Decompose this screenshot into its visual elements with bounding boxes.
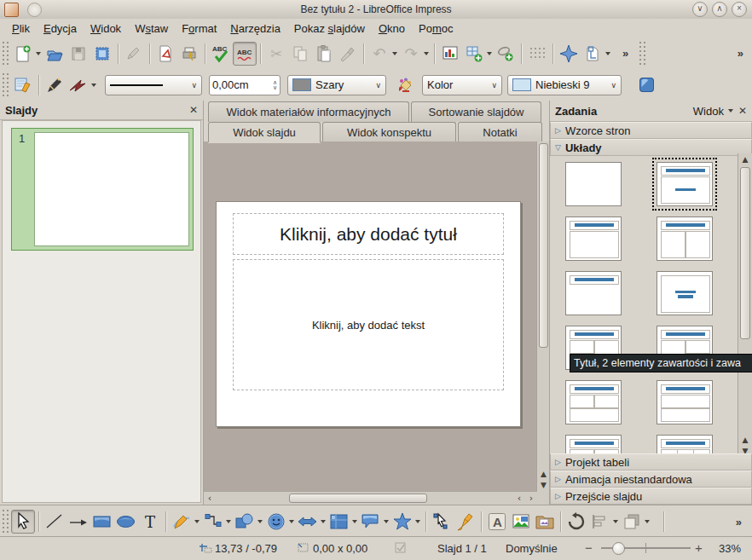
tasks-scrollbar[interactable]: ▲ ▲ ▼: [738, 153, 752, 458]
line-style-select[interactable]: ∨: [105, 75, 202, 95]
toolbar-grip[interactable]: [2, 41, 9, 66]
tab-outline-view[interactable]: Widok konspektu: [322, 122, 456, 142]
fill-color-select[interactable]: Niebieski 9 ∨: [507, 75, 622, 95]
undo-icon[interactable]: ↶: [367, 42, 391, 66]
vertical-scroll-thumb[interactable]: [539, 143, 548, 348]
fontwork-button[interactable]: A: [485, 510, 509, 534]
export-pdf-button[interactable]: [153, 42, 177, 66]
drawing-toolbar-overflow[interactable]: »: [736, 516, 740, 528]
callouts-tool[interactable]: [359, 510, 383, 534]
scroll-left-icon-2[interactable]: ‹: [513, 493, 525, 504]
select-tool[interactable]: [11, 510, 35, 534]
maximize-button[interactable]: ∧: [712, 2, 727, 17]
arrange-button[interactable]: [620, 510, 644, 534]
save-button[interactable]: [67, 42, 90, 66]
title-placeholder[interactable]: Kliknij, aby dodać tytuł: [233, 213, 504, 255]
layout-title-content-over-content[interactable]: [657, 380, 713, 424]
slide[interactable]: Kliknij, aby dodać tytuł Kliknij, aby do…: [216, 201, 521, 427]
arrow-tool[interactable]: [67, 510, 90, 534]
tasks-scroll-thumb[interactable]: [740, 167, 750, 339]
document-as-email-button[interactable]: [90, 42, 114, 66]
stars-tool[interactable]: [390, 510, 414, 534]
tab-handout-view[interactable]: Widok materiałów informacyjnych: [208, 101, 409, 122]
presentation-toolbar-overflow[interactable]: »: [738, 47, 742, 60]
menu-wstaw[interactable]: Wstaw: [128, 20, 175, 38]
slide-list[interactable]: 1: [2, 120, 201, 503]
from-file-button[interactable]: [509, 510, 533, 534]
line-color-select[interactable]: Szary ∨: [287, 75, 386, 95]
rectangle-tool[interactable]: [90, 510, 114, 534]
menu-edycja[interactable]: Edycja: [37, 20, 84, 38]
close-button[interactable]: ×: [732, 2, 747, 17]
toolbar-grip-2[interactable]: [639, 41, 645, 66]
menu-pomoc[interactable]: Pomoc: [412, 20, 460, 38]
ellipse-tool[interactable]: [114, 510, 138, 534]
line-tool[interactable]: [43, 510, 67, 534]
tasks-view-menu[interactable]: Widok: [693, 105, 724, 118]
glue-points-button[interactable]: [454, 510, 477, 534]
scroll-left-icon[interactable]: ‹: [204, 493, 216, 504]
cut-icon[interactable]: ✂: [264, 42, 288, 66]
auto-spellcheck-button[interactable]: ABC: [233, 42, 257, 66]
new-document-dropdown[interactable]: [36, 52, 41, 55]
scroll-right-icon[interactable]: ›: [525, 493, 537, 504]
open-button[interactable]: [43, 42, 67, 66]
minimize-button[interactable]: ∨: [692, 2, 708, 17]
stars-dropdown[interactable]: [415, 520, 420, 523]
flowchart-dropdown[interactable]: [352, 520, 357, 523]
menu-widok[interactable]: Widok: [84, 20, 128, 38]
scroll-down-icon[interactable]: ▼: [537, 480, 550, 491]
print-directly-button[interactable]: [177, 42, 201, 66]
alignment-dropdown[interactable]: [613, 520, 618, 523]
curve-tool[interactable]: [170, 510, 194, 534]
tasks-panel-close-icon[interactable]: ✕: [738, 105, 747, 117]
outline-placeholder[interactable]: Kliknij, aby dodać tekst: [233, 259, 504, 390]
symbol-shapes-dropdown[interactable]: [289, 520, 294, 523]
canvas-vertical-scrollbar[interactable]: ▲ ▼: [536, 141, 550, 492]
menu-plik[interactable]: Plik: [5, 20, 37, 38]
layout-title-two-content[interactable]: [657, 216, 713, 261]
tasks-view-dropdown[interactable]: [728, 109, 733, 113]
standard-toolbar-overflow[interactable]: »: [622, 47, 627, 60]
insert-object-button[interactable]: [494, 42, 518, 66]
display-grid-button[interactable]: [525, 42, 549, 66]
symbol-shapes-tool[interactable]: [264, 510, 288, 534]
fill-type-select[interactable]: Kolor ∨: [422, 75, 502, 95]
toolbar-grip-3[interactable]: [2, 72, 9, 97]
shadow-button[interactable]: [635, 73, 659, 97]
tasks-scroll-up-icon-2[interactable]: ▲: [738, 435, 752, 446]
basic-shapes-dropdown[interactable]: [257, 520, 263, 523]
text-tool[interactable]: T: [138, 510, 162, 534]
flowchart-tool[interactable]: [327, 510, 351, 534]
rotate-button[interactable]: [564, 510, 588, 534]
navigator-button[interactable]: [557, 42, 581, 66]
layout-title-slide[interactable]: [657, 162, 713, 206]
zoom-slider-thumb[interactable]: [612, 542, 625, 555]
callouts-dropdown[interactable]: [384, 520, 389, 523]
slide-canvas[interactable]: Kliknij, aby dodać tytuł Kliknij, aby do…: [204, 141, 537, 492]
line-button[interactable]: [43, 73, 67, 97]
layout-title-only[interactable]: [565, 271, 622, 315]
menu-narz-dzia[interactable]: Narzędzia: [223, 20, 287, 38]
connector-dropdown[interactable]: [226, 520, 231, 523]
basic-shapes-tool[interactable]: [233, 510, 257, 534]
tab-slide-sorter[interactable]: Sortowanie slajdów: [411, 101, 541, 122]
tab-notes-view[interactable]: Notatki: [458, 122, 542, 142]
clone-formatting-button[interactable]: [336, 42, 360, 66]
gallery-button[interactable]: [533, 510, 557, 534]
connector-tool[interactable]: [201, 510, 225, 534]
toolbar-grip-4[interactable]: [2, 509, 9, 534]
area-fill-button[interactable]: [393, 73, 417, 97]
spelling-button[interactable]: ABC: [209, 42, 233, 66]
section-master-pages[interactable]: ▷ Wzorce stron: [550, 122, 752, 139]
edit-file-button[interactable]: [122, 42, 146, 66]
slide-thumbnail-1[interactable]: 1: [11, 128, 194, 251]
redo-icon[interactable]: ↷: [399, 42, 423, 66]
styles-and-formatting-button[interactable]: [11, 73, 35, 97]
zoom-page-dropdown[interactable]: [605, 52, 610, 55]
section-table-design[interactable]: ▷ Projekt tabeli: [550, 453, 752, 471]
zoom-page-button[interactable]: [581, 42, 604, 66]
line-width-spinner[interactable]: 0,00cm ∧∨: [209, 75, 281, 95]
section-custom-animation[interactable]: ▷ Animacja niestandardowa: [550, 471, 752, 488]
block-arrows-tool[interactable]: [296, 510, 320, 534]
